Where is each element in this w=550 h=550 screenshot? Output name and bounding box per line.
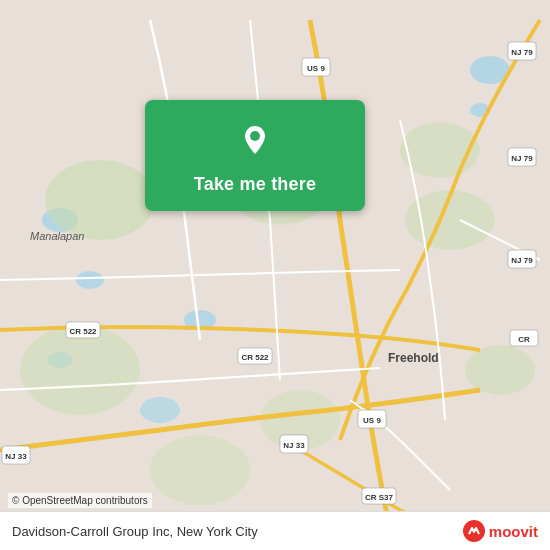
take-me-there-button-label: Take me there [194, 174, 316, 195]
svg-point-13 [150, 435, 250, 505]
svg-point-7 [45, 160, 155, 240]
svg-point-10 [20, 325, 140, 415]
svg-text:NJ 79: NJ 79 [511, 256, 533, 265]
svg-text:Manalapan: Manalapan [30, 230, 84, 242]
map-svg: US 9 US 9 NJ 79 NJ 79 NJ 79 CR 522 CR 52… [0, 0, 550, 550]
moovit-icon [463, 520, 485, 542]
moovit-text: moovit [489, 523, 538, 540]
svg-text:NJ 79: NJ 79 [511, 48, 533, 57]
take-me-there-card[interactable]: Take me there [145, 100, 365, 211]
svg-text:US 9: US 9 [307, 64, 325, 73]
location-pin-icon [233, 118, 277, 162]
bottom-bar: Davidson-Carroll Group Inc, New York Cit… [0, 511, 550, 550]
svg-text:US 9: US 9 [363, 416, 381, 425]
svg-text:NJ 33: NJ 33 [283, 441, 305, 450]
location-name: Davidson-Carroll Group Inc, New York Cit… [12, 524, 258, 539]
svg-text:CR 522: CR 522 [241, 353, 269, 362]
map-container: US 9 US 9 NJ 79 NJ 79 NJ 79 CR 522 CR 52… [0, 0, 550, 550]
svg-text:NJ 33: NJ 33 [5, 452, 27, 461]
map-attribution: © OpenStreetMap contributors [8, 493, 152, 508]
svg-text:CR S37: CR S37 [365, 493, 394, 502]
svg-text:NJ 79: NJ 79 [511, 154, 533, 163]
svg-text:Freehold: Freehold [388, 351, 439, 365]
svg-text:CR: CR [518, 335, 530, 344]
svg-point-12 [465, 345, 535, 395]
svg-point-1 [76, 271, 104, 289]
svg-point-40 [250, 131, 260, 141]
svg-text:CR 522: CR 522 [69, 327, 97, 336]
svg-point-5 [140, 397, 180, 423]
moovit-logo: moovit [463, 520, 538, 542]
